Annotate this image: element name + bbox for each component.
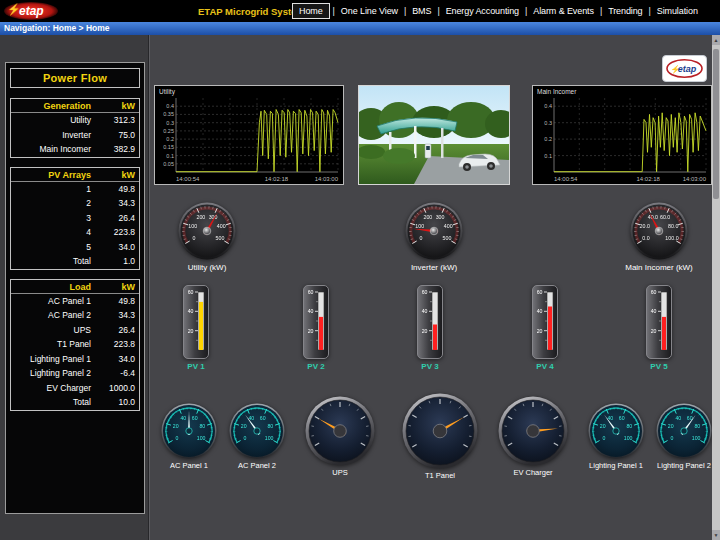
data-row-generation-utility: Utility312.3 (11, 113, 139, 128)
svg-text:20.0: 20.0 (640, 223, 650, 229)
svg-text:80: 80 (267, 423, 273, 429)
gauge-label-utility-kw: Utility (kW) (162, 263, 252, 272)
section-unit: kW (103, 101, 135, 111)
svg-text:0.05: 0.05 (163, 161, 174, 167)
svg-text:0.3: 0.3 (544, 120, 552, 126)
gauge-label-t1-panel: T1 Panel (395, 471, 485, 480)
main-incomer-trend-chart: Main Incomer 0.10.20.30.414:00:5414:02:1… (532, 85, 712, 185)
svg-text:40: 40 (188, 308, 194, 314)
t1-panel-gauge (402, 393, 478, 469)
gauge-label-inverter-kw: Inverter (kW) (389, 263, 479, 272)
svg-text:0.3: 0.3 (166, 120, 174, 126)
menu-item-simulation[interactable]: Simulation (654, 4, 701, 18)
row-value: 49.8 (103, 294, 135, 309)
sidebar-section-generation: GenerationkWUtility312.3Inverter75.0Main… (10, 98, 140, 158)
svg-text:80.0: 80.0 (668, 223, 678, 229)
svg-text:40: 40 (422, 308, 428, 314)
svg-text:300: 300 (436, 214, 445, 220)
menu-separator: | (525, 6, 527, 16)
row-label: Lighting Panel 1 (15, 352, 103, 367)
svg-text:40: 40 (537, 308, 543, 314)
menu-separator: | (404, 6, 406, 16)
svg-text:20: 20 (188, 328, 194, 334)
row-label: 4 (15, 225, 103, 240)
section-title: PV Arrays (15, 170, 103, 180)
menu-separator: | (600, 6, 602, 16)
row-label: Total (15, 254, 103, 269)
etap-logo[interactable]: ⚡ etap (2, 0, 64, 22)
lighting-panel-2-gauge: 020406080100 (656, 403, 712, 459)
svg-text:20: 20 (651, 328, 657, 334)
svg-text:14:03:00: 14:03:00 (683, 176, 707, 182)
svg-text:60: 60 (192, 415, 198, 421)
svg-text:0: 0 (193, 235, 196, 241)
svg-text:40: 40 (651, 308, 657, 314)
etap-badge: ⚡ etap (662, 55, 707, 82)
svg-text:400: 400 (444, 223, 453, 229)
scrollbar-thumb[interactable] (713, 49, 719, 199)
pv-1-bar-gauge: 204060 (183, 285, 209, 359)
svg-text:14:00:54: 14:00:54 (176, 176, 200, 182)
row-label: 2 (15, 196, 103, 211)
top-bar: ⚡ etap ETAP Microgrid System Home|One Li… (0, 0, 720, 22)
menu-item-home[interactable]: Home (292, 3, 330, 19)
power-flow-sections: GenerationkWUtility312.3Inverter75.0Main… (6, 98, 144, 411)
data-row-pv-arrays-1: 149.8 (11, 182, 139, 197)
chart-title: Main Incomer (537, 88, 576, 95)
menu-item-bms[interactable]: BMS (409, 4, 434, 18)
gauge-label-ups: UPS (295, 468, 385, 477)
svg-text:100.0: 100.0 (665, 235, 678, 241)
svg-text:80: 80 (199, 423, 205, 429)
menu-item-one-line-view[interactable]: One Line View (338, 4, 401, 18)
svg-text:200: 200 (196, 214, 205, 220)
breadcrumb-bar: Navigation: Home > Home (0, 22, 720, 35)
section-header: PV ArrayskW (11, 168, 139, 182)
row-value: 26.4 (103, 211, 135, 226)
svg-text:60: 60 (619, 415, 625, 421)
breadcrumb[interactable]: Navigation: Home > Home (4, 23, 110, 33)
main-menu: Home|One Line View|BMS|Energy Accounting… (292, 0, 701, 22)
section-title: Generation (15, 101, 103, 111)
gauge-label-lighting-panel-2: Lighting Panel 2 (639, 461, 720, 470)
pv-label-pv-3: PV 3 (400, 362, 460, 371)
section-title: Load (15, 282, 103, 292)
svg-text:80: 80 (626, 423, 632, 429)
gauge-label-ac-panel-2: AC Panel 2 (212, 461, 302, 470)
data-row-pv-arrays-3: 326.4 (11, 211, 139, 226)
data-row-generation-main-incomer: Main Incomer382.9 (11, 142, 139, 157)
svg-text:60: 60 (651, 289, 657, 295)
utility-trend-chart: Utility 0.050.10.150.20.250.30.350.414:0… (154, 85, 344, 185)
inverter-kw-gauge: 0100200300400500 (405, 202, 463, 260)
row-value: 1000.0 (103, 381, 135, 396)
row-label: UPS (15, 323, 103, 338)
pv-label-pv-2: PV 2 (286, 362, 346, 371)
row-value: 75.0 (103, 128, 135, 143)
svg-text:20: 20 (173, 423, 179, 429)
ac-panel-2-gauge: 020406080100 (229, 403, 285, 459)
trend-plot: 0.10.20.30.414:00:5414:02:1814:03:00 (533, 86, 711, 184)
svg-text:500: 500 (216, 235, 225, 241)
menu-item-alarm-events[interactable]: Alarm & Events (530, 4, 597, 18)
svg-text:100: 100 (415, 223, 424, 229)
menu-item-energy-accounting[interactable]: Energy Accounting (443, 4, 522, 18)
row-value: 10.0 (103, 395, 135, 410)
row-label: 3 (15, 211, 103, 226)
main-dashboard: Power Flow GenerationkWUtility312.3Inver… (0, 35, 720, 540)
row-label: Main Incomer (15, 142, 103, 157)
section-header: LoadkW (11, 280, 139, 294)
svg-text:40: 40 (180, 415, 186, 421)
vertical-scrollbar[interactable]: ▲ ▼ (712, 35, 720, 540)
svg-text:80: 80 (694, 423, 700, 429)
svg-text:0.4: 0.4 (544, 103, 552, 109)
menu-item-trending[interactable]: Trending (605, 4, 645, 18)
utility-kw-gauge: 0100200300400500 (178, 202, 236, 260)
svg-text:0.4: 0.4 (166, 103, 174, 109)
scroll-down-arrow[interactable]: ▼ (712, 530, 720, 540)
scroll-up-arrow[interactable]: ▲ (712, 35, 720, 45)
pv-label-pv-4: PV 4 (515, 362, 575, 371)
svg-text:14:02:18: 14:02:18 (637, 176, 661, 182)
row-value: 312.3 (103, 113, 135, 128)
row-value: 34.0 (103, 352, 135, 367)
pv-3-bar-gauge: 204060 (417, 285, 443, 359)
data-row-load-lighting-panel-2: Lighting Panel 2-6.4 (11, 366, 139, 381)
